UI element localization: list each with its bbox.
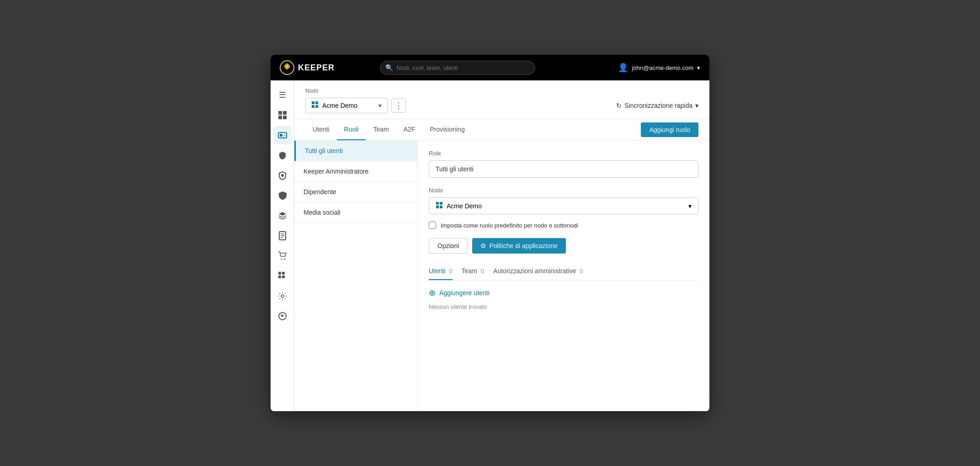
svg-rect-17 [278, 275, 281, 278]
add-users-row[interactable]: ⊕ Aggiungere utenti [429, 288, 698, 298]
node-header: Nodo Acme Dem [294, 80, 709, 119]
node-selector-row: Acme Demo ▾ ⋮ ↻ Sincronizzazione rapida … [305, 98, 698, 119]
nodo-section-label: Nodo [429, 187, 698, 194]
node-dropdown-arrow-icon: ▾ [378, 102, 382, 109]
opzioni-button[interactable]: Opzioni [429, 238, 468, 254]
logo-text: KEEPER [298, 63, 335, 73]
svg-rect-15 [278, 272, 281, 275]
sidebar-item-cart[interactable] [273, 247, 292, 265]
svg-rect-25 [436, 202, 439, 205]
list-item-tutti[interactable]: Tutti gli utenti [294, 141, 417, 161]
svg-rect-18 [282, 275, 285, 278]
tab-provisioning[interactable]: Provisioning [422, 119, 472, 140]
nodo-grid-icon [436, 201, 443, 210]
list-item-keeper-admin[interactable]: Keeper Amministratore [294, 161, 417, 182]
svg-rect-2 [283, 111, 287, 115]
sidebar-item-shield1[interactable] [273, 146, 292, 164]
sync-chevron-icon: ▾ [695, 102, 698, 109]
sidebar-item-report[interactable] [273, 227, 292, 245]
user-menu-chevron-icon: ▾ [697, 64, 700, 71]
main-tabs: Utenti Ruoli Team A2F Provisioning [305, 119, 472, 140]
nodo-dropdown-chevron-icon: ▾ [688, 202, 692, 210]
add-role-button[interactable]: Aggiungi ruolo [641, 122, 698, 137]
politiche-button[interactable]: ⚙ Politiche di applicazione [472, 238, 565, 254]
tab-ruoli[interactable]: Ruoli [337, 119, 366, 140]
node-selector: Acme Demo ▾ ⋮ [305, 98, 406, 113]
list-item-dipendente[interactable]: Dipendente [294, 182, 417, 202]
svg-rect-6 [280, 134, 282, 137]
svg-rect-26 [440, 202, 442, 205]
keeper-logo: KEEPER [280, 60, 335, 75]
svg-rect-23 [312, 105, 314, 108]
svg-rect-16 [282, 272, 285, 275]
role-section-label: Role [429, 150, 698, 157]
default-role-checkbox[interactable] [429, 222, 436, 229]
sync-icon: ↻ [616, 102, 622, 109]
sidebar-item-shield2[interactable] [273, 166, 292, 185]
list-item-media-sociali[interactable]: Media sociali [294, 202, 417, 223]
svg-rect-4 [283, 116, 287, 119]
svg-rect-3 [278, 116, 282, 119]
role-name-field: Tutti gli utenti [429, 160, 698, 178]
tab-utenti[interactable]: Utenti [305, 119, 337, 140]
sidebar-item-dashboard[interactable] [273, 106, 292, 124]
sub-tabs: Utenti 0 Team 0 Autorizzazioni amministr… [429, 263, 698, 281]
sidebar-item-shield3[interactable] [273, 186, 292, 205]
search-icon: 🔍 [385, 64, 393, 71]
nodo-name-detail: Acme Demo [447, 202, 482, 210]
svg-point-8 [281, 174, 284, 177]
sidebar-item-vault[interactable] [273, 126, 292, 144]
role-detail-panel: Role Tutti gli utenti Nodo Acme [418, 141, 709, 411]
node-label: Nodo [305, 88, 698, 94]
sync-button[interactable]: ↻ Sincronizzazione rapida ▾ [616, 102, 698, 109]
search-bar[interactable]: 🔍 [380, 61, 535, 75]
politiche-label: Politiche di applicazione [489, 242, 557, 249]
sidebar-item-hamburger[interactable]: ☰ [273, 86, 292, 104]
svg-rect-24 [315, 105, 318, 108]
node-kebab-button[interactable]: ⋮ [391, 98, 406, 113]
role-list-panel: Tutti gli utenti Keeper Amministratore D… [294, 141, 418, 411]
sync-label: Sincronizzazione rapida [624, 102, 692, 109]
sub-tab-utenti[interactable]: Utenti 0 [429, 263, 453, 280]
checkbox-row: Imposta come ruolo predefinito per nodo … [429, 222, 698, 229]
sub-tab-team-count: 0 [481, 268, 484, 275]
sidebar-item-compass[interactable] [273, 307, 292, 325]
sub-tab-auth-admin[interactable]: Autorizzazioni amministrative 0 [493, 263, 583, 280]
sidebar-item-apps[interactable] [273, 267, 292, 285]
svg-point-19 [281, 295, 284, 297]
gear-icon: ⚙ [480, 242, 486, 249]
svg-rect-7 [284, 135, 285, 136]
sub-tab-utenti-label: Utenti [429, 267, 446, 275]
svg-rect-22 [315, 101, 318, 104]
sub-tab-auth-admin-label: Autorizzazioni amministrative [493, 267, 576, 275]
user-email: john@acme-demo.com [632, 64, 693, 71]
main-layout: ☰ [271, 80, 709, 411]
action-buttons: Opzioni ⚙ Politiche di applicazione [429, 238, 698, 254]
svg-point-14 [284, 259, 285, 260]
content-area: Nodo Acme Dem [294, 80, 709, 411]
sidebar-item-settings[interactable] [273, 287, 292, 305]
add-users-icon: ⊕ [429, 288, 436, 298]
user-menu[interactable]: 👤 john@acme-demo.com ▾ [618, 63, 700, 73]
svg-point-13 [281, 259, 282, 260]
add-users-label: Aggiungere utenti [439, 289, 490, 297]
node-name: Acme Demo [322, 102, 357, 109]
nodo-dropdown-detail[interactable]: Acme Demo ▾ [429, 197, 698, 214]
no-users-text: Nessun utente trovato [429, 303, 698, 310]
tabs-row: Utenti Ruoli Team A2F Provisioning Aggiu… [294, 119, 709, 141]
sidebar: ☰ [271, 80, 294, 411]
node-dropdown[interactable]: Acme Demo ▾ [305, 98, 388, 113]
tab-team[interactable]: Team [366, 119, 396, 140]
node-grid-icon [311, 101, 319, 110]
svg-rect-27 [436, 206, 439, 208]
checkbox-label: Imposta come ruolo predefinito per nodo … [441, 222, 578, 229]
sub-tab-utenti-count: 0 [449, 268, 452, 275]
search-input[interactable] [380, 61, 535, 75]
svg-rect-1 [278, 111, 282, 115]
tab-a2f[interactable]: A2F [396, 119, 423, 140]
sub-tab-team-label: Team [462, 267, 477, 275]
sidebar-item-layers[interactable] [273, 207, 292, 225]
sub-tab-team[interactable]: Team 0 [462, 263, 484, 280]
svg-rect-21 [312, 101, 314, 104]
svg-rect-28 [440, 206, 442, 208]
